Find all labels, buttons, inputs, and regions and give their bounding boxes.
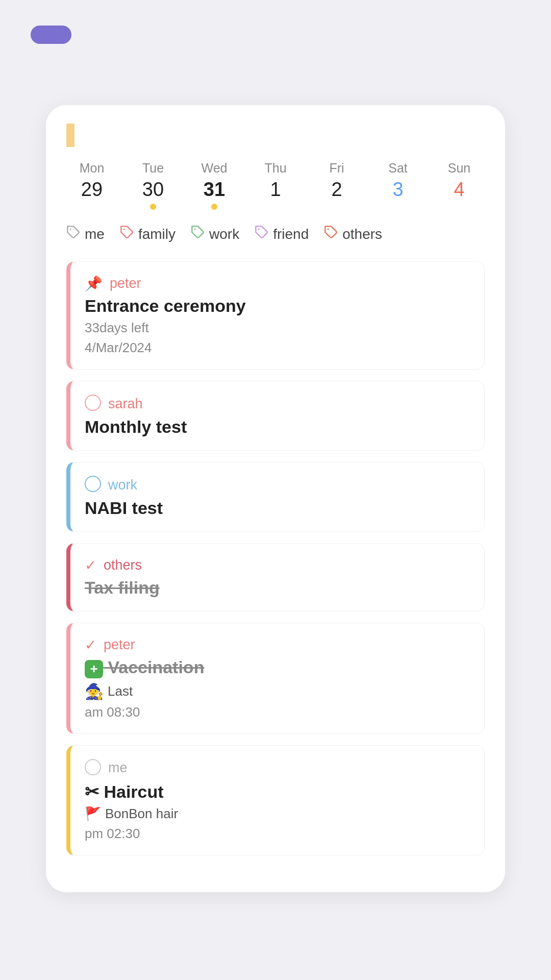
task-subtitle-row: 🧙Last	[85, 682, 470, 700]
card-date	[66, 126, 74, 145]
tag-me[interactable]: me	[66, 225, 105, 243]
task-label-row: 📌peter	[85, 275, 470, 292]
task-person-label: peter	[104, 637, 135, 653]
task-person-label: others	[104, 557, 142, 573]
main-card: Mon29Tue30Wed31Thu1Fri2Sat3Sun4 me famil…	[46, 105, 505, 892]
health-icon: +	[85, 660, 103, 678]
day-number: 3	[392, 179, 403, 201]
day-number: 29	[81, 179, 103, 201]
day-dot	[334, 204, 340, 210]
task-card-task1[interactable]: 📌peterEntrance ceremony33days left4/Mar/…	[66, 261, 485, 370]
task-title: Monthly test	[85, 417, 470, 437]
circle-icon	[85, 476, 101, 494]
task-title: + Vaccination	[85, 657, 470, 678]
task-card-task3[interactable]: workNABI test	[66, 462, 485, 532]
tag-friend[interactable]: friend	[255, 225, 309, 243]
tag-family[interactable]: family	[120, 225, 176, 243]
day-name: Fri	[329, 161, 344, 176]
task-time: pm 02:30	[85, 826, 470, 842]
tags-row: me family work friend others	[66, 225, 485, 243]
day-dot	[211, 204, 217, 210]
day-dot	[272, 204, 279, 210]
circle-icon	[85, 759, 101, 777]
week-row: Mon29Tue30Wed31Thu1Fri2Sat3Sun4	[66, 161, 485, 210]
task-label-row: ✓peter	[85, 636, 470, 653]
card-header	[66, 126, 485, 145]
tasks-list: 📌peterEntrance ceremony33days left4/Mar/…	[66, 261, 485, 855]
day-cell-29[interactable]: Mon29	[66, 161, 117, 210]
day-name: Sun	[448, 161, 470, 176]
task-card-task6[interactable]: me✂ Haircut🚩BonBon hairpm 02:30	[66, 745, 485, 855]
day-name: Mon	[80, 161, 105, 176]
task-label-row: sarah	[85, 395, 470, 413]
day-name: Tue	[142, 161, 164, 176]
day-cell-30[interactable]: Tue30	[128, 161, 179, 210]
task-title: NABI test	[85, 498, 470, 518]
day-name: Sat	[388, 161, 408, 176]
day-dot	[89, 204, 95, 210]
day-number: 31	[204, 179, 225, 201]
task-person-label: peter	[110, 276, 141, 291]
badge	[31, 26, 71, 44]
task-card-task2[interactable]: sarahMonthly test	[66, 381, 485, 451]
task-person-label: work	[108, 477, 137, 493]
task-emoji: 🧙	[85, 682, 104, 700]
task-subtitle-row: 🚩BonBon hair	[85, 806, 470, 822]
tag-label-others: others	[342, 226, 382, 242]
day-number: 2	[331, 179, 342, 201]
day-name: Thu	[264, 161, 286, 176]
task-label-row: me	[85, 759, 470, 777]
day-cell-31[interactable]: Wed31	[189, 161, 240, 210]
task-person-label: me	[108, 760, 128, 776]
day-cell-3[interactable]: Sat3	[372, 161, 423, 210]
day-dot	[150, 204, 156, 210]
task-label-row: work	[85, 476, 470, 494]
task-person-label: sarah	[108, 396, 143, 412]
tag-label-friend: friend	[273, 226, 309, 242]
check-icon: ✓	[85, 636, 96, 653]
task-title: Tax filing	[85, 578, 470, 598]
task-time: am 08:30	[85, 704, 470, 720]
tag-icon-family	[120, 225, 134, 243]
task-title: ✂ Haircut	[85, 781, 470, 802]
day-cell-2[interactable]: Fri2	[311, 161, 362, 210]
day-number: 30	[142, 179, 164, 201]
tag-work[interactable]: work	[191, 225, 239, 243]
day-cell-4[interactable]: Sun4	[434, 161, 485, 210]
circle-icon	[85, 395, 101, 413]
task-card-task4[interactable]: ✓othersTax filing	[66, 543, 485, 611]
tag-label-family: family	[138, 226, 176, 242]
task-date: 4/Mar/2024	[85, 340, 470, 356]
task-subtitle-text: BonBon hair	[105, 806, 178, 822]
tag-icon-friend	[255, 225, 269, 243]
task-days-left: 33days left	[85, 320, 470, 336]
day-dot	[456, 204, 462, 210]
tag-icon-me	[66, 225, 81, 243]
task-subtitle-text: Last	[108, 683, 133, 699]
flag-icon: 🚩	[85, 806, 101, 822]
task-label-row: ✓others	[85, 557, 470, 574]
day-dot	[395, 204, 401, 210]
tag-others[interactable]: others	[324, 225, 382, 243]
tag-label-work: work	[209, 226, 239, 242]
check-icon: ✓	[85, 557, 96, 574]
day-name: Wed	[202, 161, 228, 176]
tag-icon-work	[191, 225, 205, 243]
task-title: Entrance ceremony	[85, 296, 470, 316]
day-number: 1	[270, 179, 281, 201]
day-number: 4	[454, 179, 464, 201]
task-card-task5[interactable]: ✓peter+ Vaccination🧙Lastam 08:30	[66, 623, 485, 734]
tag-icon-others	[324, 225, 338, 243]
day-cell-1[interactable]: Thu1	[250, 161, 301, 210]
tag-label-me: me	[85, 226, 105, 242]
pin-icon: 📌	[85, 275, 103, 292]
